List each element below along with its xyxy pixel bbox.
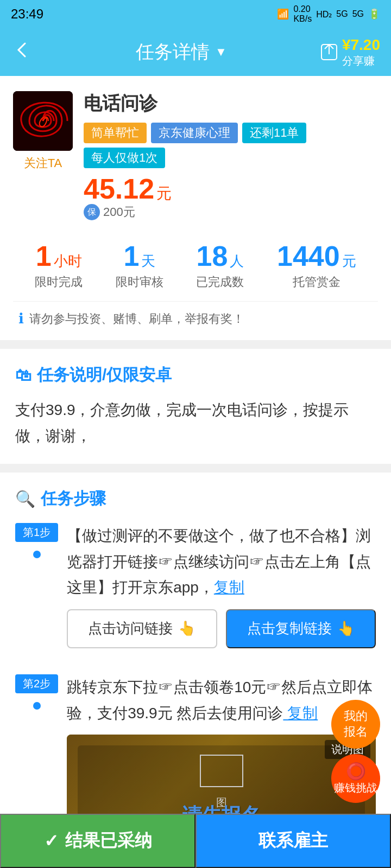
step-1-badge: 第1步 [15, 523, 58, 542]
tag-limit: 每人仅做1次 [84, 148, 165, 168]
status-bar: 23:49 📶 0.20KB/s HD₂ 5G 5G 🔋 [0, 0, 391, 28]
my-signup-button[interactable]: 我的报名 [331, 700, 380, 749]
share-label: 分享赚 [342, 54, 380, 68]
stat-time-label: 限时完成 [35, 274, 83, 290]
step-1-copy[interactable]: 复制 [214, 579, 244, 596]
back-button[interactable] [11, 39, 43, 66]
task-deposit: 保 200元 [84, 204, 172, 220]
stat-completed-unit: 人 [230, 252, 244, 271]
share-button[interactable]: ¥7.20 分享赚 [319, 36, 380, 68]
stat-review-label: 限时审核 [116, 274, 163, 290]
task-price-unit: 元 [156, 183, 172, 204]
task-description-card: 🛍 任务说明/仅限安卓 支付39.9，介意勿做，完成一次电话问诊，按提示做，谢谢… [0, 349, 391, 464]
stat-review-num: 1 [123, 242, 139, 270]
hand-icon-copy: 👆 [337, 620, 355, 637]
step-1-content: 【做过测评的不要做这个，做了也不合格】浏览器打开链接☞点继续访问☞点击左上角【点… [67, 523, 376, 657]
step-2-text: 跳转京东下拉☞点击领卷10元☞然后点立即体验，支付39.9元 然后去使用问诊 复… [67, 674, 376, 726]
earn-label: 赚钱挑战 [334, 781, 377, 795]
checkmark-icon: ✓ [44, 831, 59, 851]
status-time: 23:49 [11, 7, 43, 22]
battery-icon: 🔋 [368, 8, 380, 20]
stats-row: 1 小时 限时完成 1 天 限时审核 18 人 已完成数 1440 元 托管赏金 [13, 231, 378, 302]
step-1-text: 【做过测评的不要做这个，做了也不合格】浏览器打开链接☞点继续访问☞点击左上角【点… [67, 523, 376, 601]
signup-label: 我的报名 [344, 709, 368, 739]
warning-notice: ℹ 请勿参与投资、赌博、刷单，举报有奖！ [13, 310, 378, 327]
avatar-follow-label[interactable]: 关注TA [24, 155, 62, 171]
step-1-left: 第1步 [15, 523, 58, 657]
stat-completed-label: 已完成数 [196, 274, 244, 290]
step-1-dot [33, 551, 41, 558]
stat-completed-num: 18 [197, 242, 228, 270]
tag-jd-health: 京东健康心理 [151, 123, 238, 143]
task-tags: 简单帮忙 京东健康心理 还剩11单 每人仅做1次 [84, 123, 378, 168]
page-title: 任务详情 ▼ [136, 40, 227, 65]
avatar-wrapper: 关注TA [13, 91, 73, 171]
description-title: 🛍 任务说明/仅限安卓 [15, 364, 376, 386]
description-content: 支付39.9，介意勿做，完成一次电话问诊，按提示做，谢谢， [15, 397, 376, 449]
signal-icon: 📶 [277, 8, 289, 20]
earn-challenge-button[interactable]: ⭕ 赚钱挑战 [331, 754, 380, 803]
stat-reward-label: 托管赏金 [293, 274, 340, 290]
tag-simple: 简单帮忙 [84, 123, 147, 143]
warning-text: 请勿参与投资、赌博、刷单，举报有奖！ [29, 311, 244, 327]
5g-icon2: 5G [352, 9, 364, 19]
stat-completed: 18 人 已完成数 [196, 242, 244, 290]
deposit-amount: 200元 [103, 204, 135, 220]
hand-icon-visit: 👆 [178, 620, 195, 637]
visit-link-button[interactable]: 点击访问链接 👆 [67, 609, 217, 648]
share-amount: ¥7.20 [342, 36, 380, 54]
step-2-dot [33, 702, 41, 710]
tag-remaining: 还剩11单 [242, 123, 306, 143]
copy-label: 点击复制链接 [247, 619, 332, 638]
stat-reward-unit: 元 [342, 252, 356, 271]
5g-icon1: 5G [336, 9, 348, 19]
contact-employer-button[interactable]: 联系雇主 [195, 814, 391, 868]
copy-link-button[interactable]: 点击复制链接 👆 [226, 609, 376, 648]
stat-review-unit: 天 [141, 252, 155, 271]
hd-icon: HD₂ [316, 9, 332, 20]
task-header: 关注TA 电话问诊 简单帮忙 京东健康心理 还剩11单 每人仅做1次 45.12… [13, 91, 378, 220]
step-1: 第1步 【做过测评的不要做这个，做了也不合格】浏览器打开链接☞点继续访问☞点击左… [15, 523, 376, 657]
result-adopted-button[interactable]: ✓ 结果已采纳 [0, 814, 195, 868]
stat-time-unit: 小时 [54, 252, 82, 271]
contact-label: 联系雇主 [258, 829, 328, 853]
deposit-icon: 保 [84, 204, 100, 220]
stat-review: 1 天 限时审核 [116, 242, 163, 290]
stat-reward-num: 1440 [277, 242, 340, 270]
step-1-buttons: 点击访问链接 👆 点击复制链接 👆 [67, 609, 376, 648]
warning-icon: ℹ [18, 310, 24, 327]
stat-time: 1 小时 限时完成 [35, 242, 83, 290]
steps-icon: 🔍 [15, 489, 35, 508]
task-steps-card: 🔍 任务步骤 第1步 【做过测评的不要做这个，做了也不合格】浏览器打开链接☞点继… [0, 473, 391, 868]
stat-reward: 1440 元 托管赏金 [277, 242, 356, 290]
step-2-copy[interactable]: 复制 [283, 705, 318, 722]
nav-bar: 任务详情 ▼ ¥7.20 分享赚 [0, 28, 391, 76]
earn-icon: ⭕ [346, 762, 366, 781]
task-title: 电话问诊 [84, 91, 378, 116]
step-2-badge: 第2步 [15, 674, 58, 693]
title-arrow[interactable]: ▼ [215, 45, 227, 59]
stat-time-num: 1 [36, 242, 52, 270]
steps-title: 🔍 任务步骤 [15, 488, 376, 510]
result-label: 结果已采纳 [65, 829, 152, 853]
task-price: 45.12 [84, 175, 154, 203]
bottom-bar: ✓ 结果已采纳 联系雇主 [0, 814, 391, 868]
avatar [13, 91, 73, 151]
status-icons: 📶 0.20KB/s HD₂ 5G 5G 🔋 [277, 4, 380, 24]
data-speed: 0.20KB/s [293, 4, 312, 24]
visit-label: 点击访问链接 [88, 619, 173, 638]
task-card: 关注TA 电话问诊 简单帮忙 京东健康心理 还剩11单 每人仅做1次 45.12… [0, 76, 391, 340]
description-icon: 🛍 [15, 366, 31, 385]
task-info: 电话问诊 简单帮忙 京东健康心理 还剩11单 每人仅做1次 45.12 元 保 … [84, 91, 378, 220]
